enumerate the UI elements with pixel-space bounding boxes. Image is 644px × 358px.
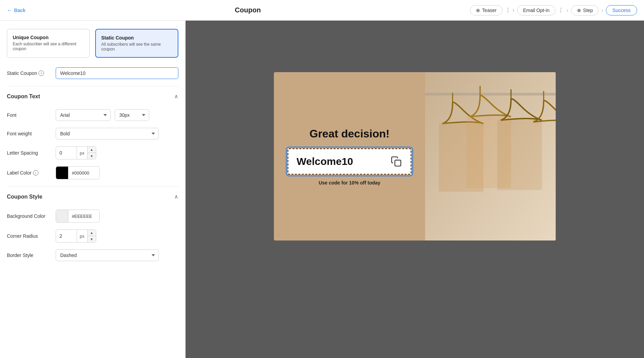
label-color-label: Label Color i [7,170,52,176]
step-email-label: Email Opt-in [523,8,549,13]
letter-spacing-down[interactable]: ▼ [88,153,96,159]
static-coupon-input[interactable] [56,67,178,79]
coupon-code-display: Welcome10 [297,156,353,167]
bg-color-row: Background Color [7,210,178,223]
label-color-info-icon[interactable]: i [33,170,38,176]
main-layout: Unique Coupon Each subscriber will see a… [0,21,644,358]
corner-radius-row: Corner Radius px ▲ ▼ [7,230,178,243]
preview-subtext: Use code for 10% off today [319,180,380,186]
back-arrow-icon: ← [7,7,12,13]
coupon-box[interactable]: Welcome10 [288,148,411,175]
static-coupon-row: Static Coupon i [7,67,178,79]
coupon-style-collapse-btn[interactable]: ∧ [174,193,178,200]
font-weight-row: Font weight Normal Bold Bolder Lighter [7,128,178,139]
coupon-text-title: Coupon Text [7,93,40,100]
right-panel: Great decision! Welcome10 Use code for 1… [186,21,644,358]
font-label: Font [7,112,52,118]
bg-color-hex-input[interactable] [68,211,99,222]
step-email-optin[interactable]: Email Opt-in [517,5,555,15]
letter-spacing-row: Letter Spacing px ▲ ▼ [7,146,178,159]
border-style-label: Border Style [7,253,52,258]
bg-color-input-group [56,210,100,223]
static-coupon-desc: All subscribers will see the same coupon [101,42,173,52]
corner-radius-input[interactable] [56,231,77,242]
letter-spacing-unit: px [77,147,88,159]
copy-icon[interactable] [390,155,402,168]
preview-left: Great decision! Welcome10 Use code for 1… [274,72,425,240]
corner-radius-up[interactable]: ▲ [88,230,96,236]
arrow-right-icon-3: › [601,8,603,13]
unique-coupon-title: Unique Coupon [13,35,84,40]
border-style-row: Border Style None Solid Dashed Dotted [7,249,178,261]
preview-heading: Great decision! [310,127,390,140]
coupon-type-row: Unique Coupon Each subscriber will see a… [7,29,178,58]
letter-spacing-input[interactable] [56,147,77,158]
preview-container: Great decision! Welcome10 Use code for 1… [186,21,644,358]
hangers-visual [425,72,556,240]
static-coupon-label: Static Coupon i [7,70,52,76]
left-panel: Unique Coupon Each subscriber will see a… [0,21,186,358]
dots-menu-icon[interactable]: ⋮ [558,7,564,13]
label-color-input-group [56,166,100,179]
font-family-select[interactable]: Arial Georgia Helvetica Times New Roman … [56,109,111,121]
arrow-right-icon-2: › [567,8,568,13]
step-separator-1: ⋮ › [505,7,514,14]
font-weight-select[interactable]: Normal Bold Bolder Lighter [56,128,159,139]
nav-steps: ⊕ Teaser ⋮ › Email Opt-in ⋮ › ⊕ Step › S… [470,5,637,15]
label-color-row: Label Color i [7,166,178,179]
corner-radius-unit: px [77,230,88,242]
font-weight-label: Font weight [7,131,52,136]
coupon-type-unique[interactable]: Unique Coupon Each subscriber will see a… [7,29,90,58]
coupon-style-title: Coupon Style [7,194,42,200]
divider-1 [7,86,178,86]
step-step[interactable]: ⊕ Step [571,5,599,15]
letter-spacing-spinner: ▲ ▼ [88,147,96,159]
svg-rect-8 [497,120,542,190]
bg-color-swatch[interactable] [56,210,68,222]
static-coupon-info-icon[interactable]: i [38,70,44,76]
letter-spacing-label: Letter Spacing [7,150,52,156]
font-size-select[interactable]: 12px14px16px18px 20px24px28px 30px 32px3… [115,109,149,121]
step-success[interactable]: Success [606,5,637,15]
arrow-right-icon-1: › [512,7,514,14]
step-teaser[interactable]: ⊕ Teaser [470,5,502,15]
plus-icon: ⊕ [476,8,480,13]
top-nav: ← Back Coupon ⊕ Teaser ⋮ › Email Opt-in … [0,0,644,21]
font-row: Font Arial Georgia Helvetica Times New R… [7,109,178,121]
coupon-text-section-header: Coupon Text ∧ [7,93,178,102]
coupon-text-collapse-btn[interactable]: ∧ [174,93,178,100]
letter-spacing-up[interactable]: ▲ [88,147,96,153]
back-button[interactable]: ← Back [7,7,25,13]
divider-2 [7,186,178,187]
label-color-hex-input[interactable] [68,168,99,178]
corner-radius-down[interactable]: ▼ [88,236,96,242]
letter-spacing-input-group: px ▲ ▼ [56,146,96,159]
bg-color-label: Background Color [7,213,52,219]
corner-radius-label: Corner Radius [7,233,52,239]
page-title: Coupon [25,6,470,14]
coupon-style-section-header: Coupon Style ∧ [7,193,178,203]
back-label: Back [14,7,25,13]
dots-icon: ⋮ [505,7,511,13]
svg-rect-2 [425,93,556,96]
corner-radius-spinner: ▲ ▼ [88,230,96,242]
step-teaser-label: Teaser [482,8,497,13]
svg-rect-0 [395,160,401,166]
preview-modal: Great decision! Welcome10 Use code for 1… [274,72,556,240]
preview-right [425,72,556,240]
unique-coupon-desc: Each subscriber will see a different cou… [13,42,84,51]
plus-icon-2: ⊕ [577,8,581,13]
step-success-label: Success [612,8,631,13]
preview-right-image [425,72,556,240]
step-step-label: Step [583,8,593,13]
border-style-select[interactable]: None Solid Dashed Dotted [56,249,159,261]
static-coupon-title: Static Coupon [101,35,173,41]
corner-radius-input-group: px ▲ ▼ [56,230,96,243]
label-color-swatch[interactable] [56,167,68,179]
coupon-type-static[interactable]: Static Coupon All subscribers will see t… [95,29,179,58]
